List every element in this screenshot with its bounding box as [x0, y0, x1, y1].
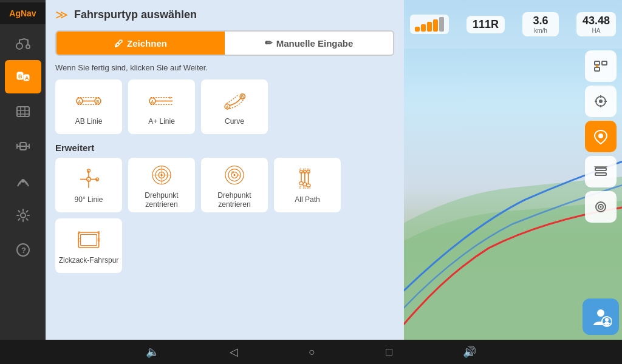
aplus-line-label: A+ Linie [148, 117, 175, 126]
svg-text:An: An [307, 168, 310, 172]
map-status-bar: 111R 3.6 km/h 43.48 HA [404, 0, 622, 49]
draw-icon: 🖊 [114, 38, 123, 49]
back-button[interactable]: ◁ [225, 343, 243, 361]
svg-rect-92 [595, 173, 606, 175]
heading-value: 111R [473, 18, 499, 31]
svg-point-55 [233, 174, 235, 176]
svg-rect-80 [602, 61, 607, 65]
speed-unit: km/h [534, 27, 547, 34]
heading-display: 111R [466, 16, 505, 33]
header-icon: ≫ [55, 7, 68, 22]
svg-text:A: A [25, 75, 29, 81]
signal-bar-4 [433, 19, 438, 32]
track-type-panel: ≫ Fahrspurtyp auswählen 🖊 Zeichnen ✏ Man… [46, 0, 404, 340]
basic-tracks-grid: A B AB Linie A + [55, 79, 394, 134]
pivot2-label: Drehpunkt zentrieren [202, 191, 267, 209]
speed-value: 3.6 [533, 15, 548, 27]
tab-draw[interactable]: 🖊 Zeichnen [56, 32, 225, 55]
area-display: 43.48 HA [576, 12, 616, 36]
edit-icon: ✏ [265, 38, 273, 49]
track-card-ab-line[interactable]: A B AB Linie [55, 79, 122, 134]
svg-text:A: A [78, 231, 81, 235]
bottom-nav-bar: 🔈 ◁ ○ □ 🔊 [0, 340, 622, 364]
sidebar-item-signal[interactable] [5, 164, 41, 197]
track-card-allpath[interactable]: A A1 An B B1 Bn All Path [274, 158, 341, 212]
svg-text:A: A [151, 99, 154, 104]
track-card-aplus-line[interactable]: A + A+ Linie [128, 79, 195, 134]
sidebar-item-ab[interactable]: B A [5, 60, 41, 93]
advanced-tracks-grid: A B B 90° Linie [55, 158, 394, 273]
tab-manual-label: Manuelle Eingabe [276, 38, 354, 49]
recents-button[interactable]: □ [381, 343, 397, 361]
svg-text:B: B [97, 99, 100, 104]
svg-point-98 [605, 318, 609, 322]
svg-text:?: ? [21, 246, 26, 255]
volume-down-button[interactable]: 🔈 [141, 343, 164, 361]
90deg-label: 90° Linie [75, 195, 103, 204]
track-card-pivot2[interactable]: O A Drehpunkt zentrieren [201, 158, 268, 212]
track-card-zigzag[interactable]: C D A B Zickzack-Fahrspur [55, 218, 122, 273]
sidebar-item-tractor[interactable] [5, 25, 41, 59]
volume-up-button[interactable]: 🔊 [458, 343, 481, 361]
signal-bar-2 [421, 24, 426, 32]
signal-bar-1 [415, 27, 420, 32]
svg-text:B: B [96, 178, 98, 182]
svg-text:B: B [241, 95, 244, 99]
signal-bar-5 [439, 17, 444, 32]
zigzag-label: Zickzack-Fahrspur [59, 256, 119, 265]
track-card-curve[interactable]: A B Curve [201, 79, 268, 134]
map-btn-location[interactable] [585, 86, 617, 117]
signal-indicator [410, 15, 449, 34]
svg-rect-74 [81, 235, 97, 246]
map-btn-cam[interactable] [585, 191, 617, 223]
svg-text:B: B [299, 186, 302, 190]
svg-text:O: O [231, 170, 234, 174]
svg-point-85 [599, 99, 603, 103]
speed-display: 3.6 km/h [522, 12, 559, 36]
svg-text:D: D [97, 238, 100, 242]
svg-point-95 [600, 206, 602, 208]
sidebar-item-settings[interactable] [5, 198, 41, 232]
sidebar-item-help[interactable]: ? [5, 233, 41, 266]
svg-text:A: A [238, 174, 240, 177]
area-unit: HA [592, 27, 601, 34]
svg-text:A: A [78, 99, 81, 104]
svg-text:A: A [299, 168, 302, 172]
svg-point-0 [16, 43, 22, 49]
map-btn-active[interactable] [585, 121, 617, 152]
map-btn-config[interactable] [585, 50, 617, 82]
svg-point-96 [597, 309, 604, 317]
advanced-section-title: Erweitert [55, 143, 394, 153]
map-btn-driver[interactable] [583, 298, 619, 335]
svg-point-1 [26, 45, 30, 49]
map-area: 111R 3.6 km/h 43.48 HA [404, 0, 622, 340]
svg-text:+: + [169, 95, 172, 101]
logo-text: AgNav [9, 8, 36, 18]
svg-point-90 [598, 133, 603, 138]
sidebar-item-field[interactable] [5, 95, 41, 128]
svg-text:B1: B1 [303, 186, 307, 190]
home-button[interactable]: ○ [304, 343, 320, 361]
svg-point-16 [21, 213, 26, 218]
tab-manual[interactable]: ✏ Manuelle Eingabe [225, 32, 393, 55]
ab-line-label: AB Linie [75, 117, 103, 126]
app-logo: AgNav [0, 2, 46, 24]
panel-title: Fahrspurtyp auswählen [74, 8, 197, 21]
svg-text:B: B [97, 231, 100, 235]
allpath-label: All Path [295, 195, 320, 204]
svg-text:B: B [87, 170, 90, 174]
svg-text:C: C [78, 238, 81, 242]
svg-point-83 [596, 65, 598, 67]
track-card-90deg[interactable]: A B B 90° Linie [55, 158, 122, 212]
pivot1-label: Drehpunkt zentrieren [129, 191, 194, 209]
panel-header: ≫ Fahrspurtyp auswählen [55, 7, 394, 22]
map-btn-layer[interactable] [585, 156, 617, 187]
svg-rect-81 [595, 67, 600, 71]
area-value: 43.48 [583, 15, 610, 27]
svg-text:A1: A1 [303, 168, 307, 172]
curve-label: Curve [225, 117, 244, 126]
track-card-pivot1[interactable]: Drehpunkt zentrieren [128, 158, 195, 212]
left-sidebar: AgNav B A [0, 0, 46, 340]
sidebar-item-width[interactable] [5, 129, 41, 163]
tab-draw-label: Zeichnen [127, 38, 167, 49]
